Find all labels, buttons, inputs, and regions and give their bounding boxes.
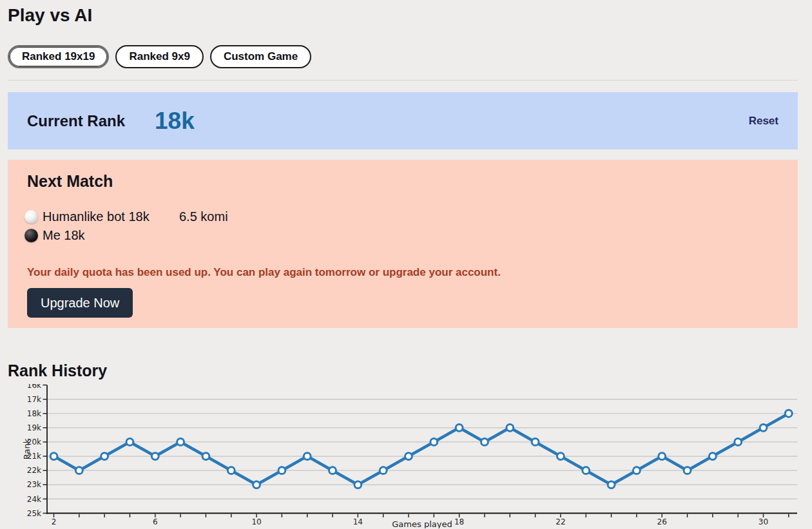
svg-text:14: 14 (353, 517, 363, 526)
svg-text:Rank: Rank (22, 438, 32, 459)
quota-warning-text: Your daily quota has been used up. You c… (27, 266, 778, 279)
upgrade-now-button[interactable]: Upgrade Now (27, 288, 133, 318)
svg-text:18: 18 (454, 517, 464, 526)
svg-text:Games played: Games played (392, 519, 452, 529)
svg-text:26: 26 (657, 517, 667, 526)
svg-text:22: 22 (556, 517, 565, 526)
rank-history-chart: 16k17k18k19k20k21k22k23k24k25k2610141822… (0, 384, 812, 528)
svg-text:10: 10 (251, 517, 261, 526)
next-match-panel: Next Match Humanlike bot 18k 6.5 komi Me… (8, 160, 798, 328)
me-row: Me 18k (27, 226, 778, 245)
tab-ranked-9x9[interactable]: Ranked 9x9 (115, 45, 204, 68)
next-match-players: Humanlike bot 18k 6.5 komi Me 18k (27, 207, 778, 245)
opponent-name: Humanlike bot 18k (43, 209, 164, 224)
current-rank-value: 18k (155, 108, 195, 135)
current-rank-banner: Current Rank 18k Reset (8, 92, 798, 149)
tab-custom-game[interactable]: Custom Game (210, 45, 311, 68)
black-stone-icon (24, 229, 38, 242)
rank-history-line-chart: 16k17k18k19k20k21k22k23k24k25k2610141822… (0, 384, 812, 528)
opponent-row: Humanlike bot 18k 6.5 komi (27, 207, 778, 226)
reset-rank-button[interactable]: Reset (749, 115, 778, 128)
svg-text:25k: 25k (27, 509, 41, 518)
svg-text:23k: 23k (27, 480, 41, 489)
svg-text:22k: 22k (27, 466, 41, 475)
svg-text:16k: 16k (27, 384, 41, 390)
me-name: Me 18k (43, 228, 164, 243)
next-match-title: Next Match (27, 171, 778, 191)
svg-text:30: 30 (759, 517, 768, 526)
section-divider (8, 80, 798, 81)
game-mode-tabs: Ranked 19x19 Ranked 9x9 Custom Game (8, 45, 812, 68)
current-rank-label: Current Rank (27, 112, 125, 130)
svg-text:18k: 18k (27, 409, 41, 418)
svg-text:2: 2 (52, 517, 57, 526)
white-stone-icon (24, 210, 38, 224)
play-vs-ai-page: Play vs AI Ranked 19x19 Ranked 9x9 Custo… (0, 5, 812, 528)
svg-text:17k: 17k (27, 395, 41, 404)
svg-text:19k: 19k (27, 423, 41, 432)
svg-text:24k: 24k (27, 495, 41, 504)
tab-ranked-19x19[interactable]: Ranked 19x19 (8, 45, 109, 68)
rank-history-title: Rank History (8, 361, 812, 380)
page-title: Play vs AI (8, 5, 812, 26)
komi-value: 6.5 komi (179, 209, 228, 224)
svg-text:6: 6 (153, 517, 158, 526)
